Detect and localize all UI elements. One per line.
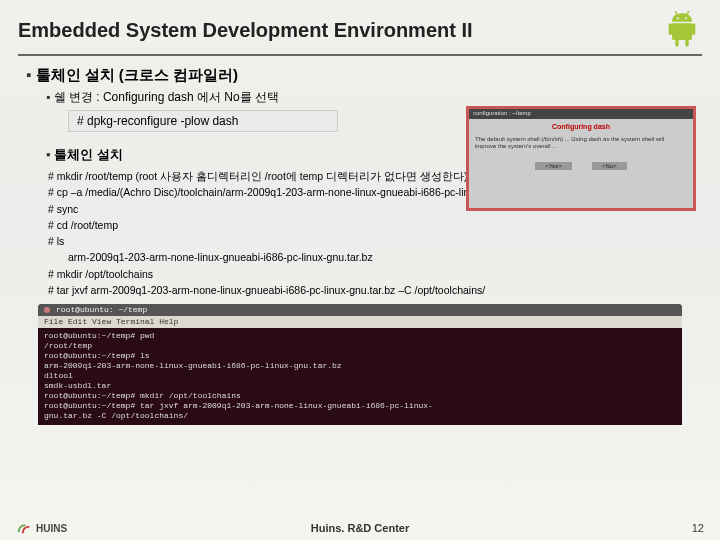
- term-line: /root/temp: [44, 341, 676, 351]
- dialog-heading: Configuring dash: [475, 123, 687, 130]
- term-line: dltool: [44, 371, 676, 381]
- term-line: root@ubuntu:~/temp# mkdir /opt/toolchain…: [44, 391, 676, 401]
- cmd-line: # tar jxvf arm-2009q1-203-arm-none-linux…: [48, 282, 702, 298]
- svg-point-0: [677, 17, 679, 19]
- terminal-screenshot: root@ubuntu: ~/temp File Edit View Termi…: [38, 304, 682, 425]
- cmd-line: # mkdir /opt/toolchains: [48, 266, 702, 282]
- dialog-buttons: <Yes> <No>: [475, 162, 687, 170]
- slide: Embedded System Development Environment …: [0, 0, 720, 540]
- cmd-line: # ls: [48, 233, 702, 249]
- dialog-body: The default system shell (/bin/sh) ... U…: [475, 136, 687, 150]
- term-line: root@ubuntu:~/temp# tar jxvf arm-2009q1-…: [44, 401, 676, 411]
- term-line: arm-2009q1-203-arm-none-linux-gnueabi-i6…: [44, 361, 676, 371]
- terminal-menu: File Edit View Terminal Help: [38, 316, 682, 328]
- cmd-line: # cd /root/temp: [48, 217, 702, 233]
- subsection-shell-change: 쉘 변경 : Configuring dash 에서 No를 선택: [46, 89, 702, 106]
- sub-text: 쉘 변경 : Configuring dash 에서 No를 선택: [46, 90, 279, 104]
- cmd-output: arm-2009q1-203-arm-none-linux-gnueabi-i6…: [68, 249, 702, 265]
- dialog-no-button[interactable]: <No>: [592, 162, 627, 170]
- content: configuration : ~/temp Configuring dash …: [18, 66, 702, 425]
- svg-point-1: [685, 17, 687, 19]
- dialog-yes-button[interactable]: <Yes>: [535, 162, 572, 170]
- footer-center: Huins. R&D Center: [0, 522, 720, 534]
- term-line: root@ubuntu:~/temp# pwd: [44, 331, 676, 341]
- terminal-title: root@ubuntu: ~/temp: [56, 305, 147, 315]
- slide-title: Embedded System Development Environment …: [18, 19, 473, 42]
- title-divider: [18, 54, 702, 56]
- dialog-titlebar: configuration : ~/temp: [469, 109, 693, 119]
- sub-heading: 툴체인 설치: [46, 147, 123, 162]
- terminal-lines: root@ubuntu:~/temp# pwd /root/temp root@…: [38, 328, 682, 425]
- section-heading: 툴체인 설치 (크로스 컴파일러): [26, 66, 238, 83]
- title-row: Embedded System Development Environment …: [18, 10, 702, 50]
- section-toolchain-install: 툴체인 설치 (크로스 컴파일러): [26, 66, 702, 85]
- terminal-titlebar: root@ubuntu: ~/temp: [38, 304, 682, 316]
- term-line: smdk-usbdl.tar: [44, 381, 676, 391]
- term-line: root@ubuntu:~/temp# ls: [44, 351, 676, 361]
- android-icon: [662, 10, 702, 50]
- config-dash-dialog: configuration : ~/temp Configuring dash …: [466, 106, 696, 211]
- command-box-dpkg: # dpkg-reconfigure -plow dash: [68, 110, 338, 132]
- term-line: gnu.tar.bz -C /opt/toolchains/: [44, 411, 676, 421]
- terminal-dot-icon: [44, 307, 50, 313]
- page-number: 12: [692, 522, 704, 534]
